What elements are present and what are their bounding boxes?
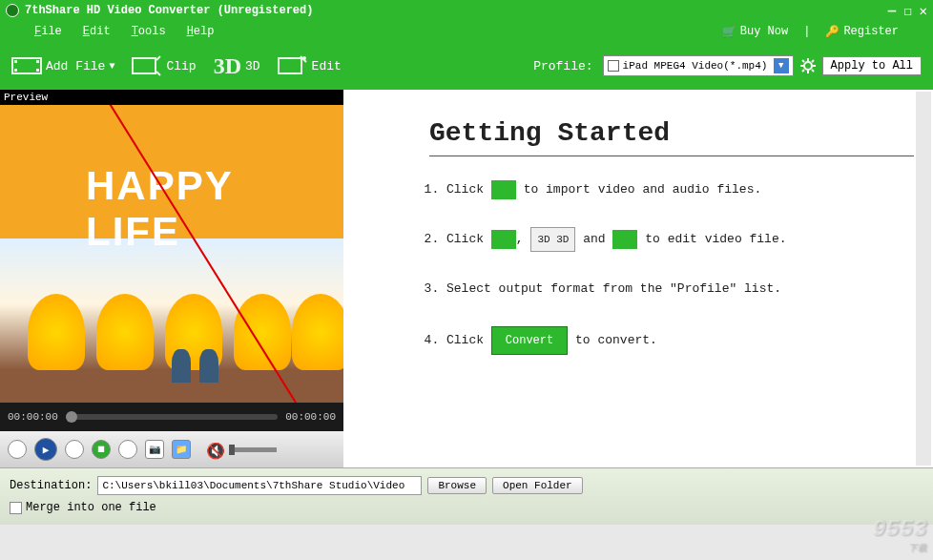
title-underline	[429, 156, 914, 156]
merge-label: Merge into one file	[26, 501, 156, 514]
time-bar: 00:00:00 00:00:00	[0, 403, 343, 431]
preview-panel: Preview HAPPY LIFE 00:00:00 00:00:00 ⏮ ▶…	[0, 90, 343, 467]
settings-gear-icon[interactable]	[799, 57, 817, 74]
svg-point-7	[302, 56, 306, 60]
step-3: Select output format from the "Profile" …	[446, 279, 914, 300]
mute-icon[interactable]: 🔇	[206, 442, 221, 457]
preview-label: Preview	[0, 90, 343, 105]
edit-icon	[278, 54, 308, 77]
titlebar: 7thShare HD Video Converter (Unregistere…	[0, 0, 933, 21]
buy-now-link[interactable]: 🛒 Buy Now	[722, 25, 788, 39]
watermark: 9553下载	[872, 514, 927, 554]
step-4: Click Convert to convert.	[446, 326, 914, 355]
edit-label: Edit	[312, 59, 342, 73]
svg-rect-6	[279, 58, 301, 73]
open-folder-button[interactable]: Open Folder	[492, 477, 583, 494]
device-icon	[608, 60, 619, 72]
prev-button[interactable]: ⏮	[8, 440, 27, 459]
profile-dropdown[interactable]: iPad MPEG4 Video(*.mp4) ▼	[603, 55, 794, 76]
browse-button[interactable]: Browse	[427, 477, 487, 494]
menu-file[interactable]: File	[34, 25, 62, 38]
convert-inline-button: Convert	[491, 326, 568, 355]
scrollbar[interactable]	[916, 92, 931, 466]
menubar: File Edit Tools Help 🛒 Buy Now | 🔑 Regis…	[0, 21, 933, 42]
app-icon	[6, 4, 19, 17]
film-icon	[491, 180, 516, 199]
cart-icon: 🛒	[722, 25, 736, 39]
add-file-label: Add File	[46, 59, 105, 73]
stop-button[interactable]: ⏹	[92, 440, 111, 459]
profile-label: Profile:	[533, 59, 592, 73]
register-label: Register	[843, 25, 899, 38]
profile-value: iPad MPEG4 Video(*.mp4)	[623, 60, 768, 72]
clip-label: Clip	[166, 59, 196, 73]
menu-edit[interactable]: Edit	[83, 25, 111, 38]
close-button[interactable]: ✕	[920, 3, 927, 19]
register-link[interactable]: 🔑 Register	[825, 25, 899, 39]
clip-icon	[491, 230, 516, 249]
main-panel: Getting Started Click to import video an…	[343, 90, 933, 467]
3d-inline-button: 3D 3D	[530, 227, 575, 252]
play-controls: ⏮ ▶ ⏭ ⏹ ⏵ 📷 📁 🔇	[0, 431, 343, 467]
add-file-button[interactable]: Add File ▼	[11, 54, 114, 77]
svg-rect-1	[14, 60, 17, 63]
preview-overlay-text: HAPPY LIFE	[86, 163, 258, 255]
film-icon	[11, 54, 42, 77]
next-button[interactable]: ⏭	[65, 440, 84, 459]
separator: |	[803, 25, 810, 38]
apply-to-all-button[interactable]: Apply to All	[822, 56, 922, 75]
getting-started-title: Getting Started	[429, 118, 914, 148]
svg-rect-5	[133, 58, 156, 73]
window-controls: — ☐ ✕	[888, 3, 927, 19]
destination-input[interactable]	[97, 476, 422, 495]
step-button[interactable]: ⏵	[118, 440, 137, 459]
toolbar: Add File ▼ Clip 3D 3D Edit Profile: iPad…	[0, 42, 933, 90]
clip-button[interactable]: Clip	[132, 54, 196, 77]
content-area: Preview HAPPY LIFE 00:00:00 00:00:00 ⏮ ▶…	[0, 90, 933, 467]
clip-icon	[132, 54, 162, 77]
time-total: 00:00:00	[285, 411, 336, 423]
key-icon: 🔑	[825, 25, 840, 39]
destination-label: Destination:	[10, 479, 92, 492]
bottom-bar: Destination: Browse Open Folder Merge in…	[0, 467, 933, 525]
progress-thumb[interactable]	[66, 411, 77, 423]
merge-checkbox[interactable]	[10, 502, 22, 514]
svg-point-8	[804, 62, 812, 70]
volume-thumb[interactable]	[229, 445, 235, 455]
time-current: 00:00:00	[8, 411, 58, 423]
edit-icon	[612, 230, 637, 249]
progress-bar[interactable]	[66, 414, 278, 420]
step-1: Click to import video and audio files.	[446, 179, 914, 200]
3d-button[interactable]: 3D 3D	[214, 53, 260, 79]
folder-button[interactable]: 📁	[172, 440, 191, 459]
3d-label: 3D	[245, 59, 260, 73]
3d-icon: 3D	[214, 53, 241, 79]
snapshot-button[interactable]: 📷	[145, 440, 164, 459]
play-button[interactable]: ▶	[34, 438, 57, 461]
chevron-down-icon: ▼	[774, 58, 789, 73]
preview-image: HAPPY LIFE	[0, 105, 343, 403]
maximize-button[interactable]: ☐	[903, 3, 911, 19]
steps-list: Click to import video and audio files. C…	[446, 179, 914, 355]
menu-tools[interactable]: Tools	[132, 25, 166, 38]
svg-rect-4	[36, 69, 39, 72]
window-title: 7thShare HD Video Converter (Unregistere…	[25, 4, 313, 17]
svg-rect-3	[36, 60, 39, 63]
volume-slider[interactable]	[229, 447, 277, 452]
step-2: Click , 3D 3D and to edit video file.	[446, 227, 914, 252]
dropdown-arrow-icon: ▼	[109, 61, 114, 72]
menu-help[interactable]: Help	[187, 25, 215, 38]
buy-now-label: Buy Now	[740, 25, 788, 38]
minimize-button[interactable]: —	[888, 3, 896, 18]
svg-rect-2	[14, 69, 17, 72]
edit-button[interactable]: Edit	[278, 54, 342, 77]
